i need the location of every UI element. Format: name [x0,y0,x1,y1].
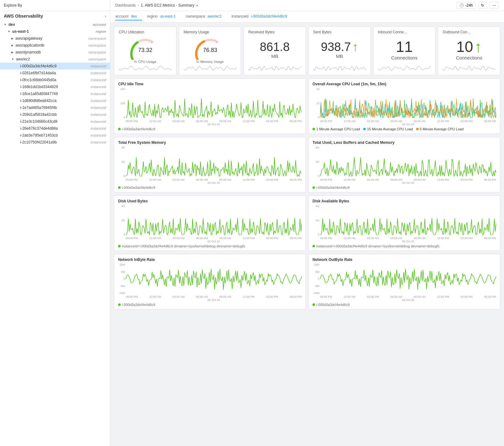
filter-namespace[interactable]: namespace aws/ec2 [186,13,226,20]
svg-text:73.32: 73.32 [138,47,152,53]
series-label: i-000d3a3dcf4e4d6c9 [122,127,155,131]
sidebar-item-i-21e3c104666c43cd8[interactable]: i-21e3c104666c43cd8 instanceid [0,118,110,125]
item-name: i-0fcc1c66bb0445d0a [20,78,56,82]
card-unit-outbound: Connections [456,55,482,60]
chart-svg-cpu-idle [126,88,302,119]
item-type: instanceid [90,140,106,144]
sparkline-sent [313,65,366,72]
dashboard-name-chevron[interactable]: ▾ [196,4,198,7]
summary-card-received: Received Bytes 861.8 MB [243,26,306,75]
sidebar-item-i-0fcc1c66bb0445d0a[interactable]: i-0fcc1c66bb0445d0a instanceid [0,76,110,83]
legend-item: 5 Minute Average CPU Load [416,127,464,131]
summary-row: CPU Utilization 73.32 % CPU Usage Memory… [114,26,500,75]
item-name: dev [9,22,15,27]
main-panel: Dashboards › 1. AWS EC2 Metrics - Summar… [110,0,504,446]
sidebar-item-i-168b1dd1bd3344829[interactable]: i-168b1dd1bd3344829 instanceid [0,83,110,90]
item-label: i-2c10750f422041a9b [15,140,57,144]
sidebar-item-i-26e676c374de4d88a[interactable]: i-26e676c374de4d88a instanceid [0,125,110,132]
more-btn[interactable]: ⋯ [490,2,499,9]
series-label: i-000d3a3dcf4e4d6c9 [122,186,155,189]
item-type: instanceid [90,133,106,137]
sidebar-item-i-2ab3e795eb71453cb[interactable]: i-2ab3e795eb71453cb instanceid [0,132,110,139]
charts-row-disk-used: Disk Used Bytes 4G2G0 09:00 PM12:00 AM03… [114,195,500,251]
item-name: i-1e7ad465a76945f4b [20,105,57,110]
sidebar-item-aws/ec2[interactable]: ▼ aws/ec2 namespace [0,56,110,63]
filter-region[interactable]: region us-east-1 [147,13,181,20]
item-label: ▶ aws/apigateway [11,36,42,41]
sidebar-item-aws/applicationlb[interactable]: ▶ aws/applicationlb namespace [0,42,110,49]
filter-value-region: us-east-1 [160,14,175,19]
chart-title-disk-used: Disk Used Bytes [118,199,302,203]
sidebar-item-i-000d3a3dcf4e4d6c9[interactable]: i-000d3a3dcf4e4d6c9 instanceid [0,63,110,70]
card-value-outbound: 10↑ [456,39,482,54]
sidebar-collapse-chevron[interactable]: › [105,14,106,19]
item-type: account [93,23,106,26]
summary-card-sent: Sent Bytes 938.7↑ MB [308,26,371,75]
card-title-inbound: Inbound Conne… [378,30,408,34]
sidebar-tree: ▼ dev account ▼ us-east-1 region ▶ aws/a… [0,21,110,446]
summary-card-memory: Memory Usage 76.83 % Memory Usage [179,26,241,75]
sparkline-cpu [119,65,172,72]
chart-title-cpu-idle: CPU Idle Time [118,82,302,86]
time-range-btn[interactable]: 🕐 -24h [456,2,476,9]
item-type: instanceid [90,85,106,89]
chart-card-disk-avail: Disk Available Bytes 4G2G0 09:00 PM12:00… [308,195,500,251]
gauge-label-cpu: % CPU Usage [134,60,156,64]
topbar: Dashboards › 1. AWS EC2 Metrics - Summar… [110,0,504,11]
chart-svg-free-memory [126,146,302,178]
filter-key-account: account [115,14,129,19]
series-dot [118,303,121,306]
card-title-outbound: Outbound Con… [443,30,471,34]
filter-account[interactable]: account dev [115,13,142,20]
chart-card-net-outbyte: Network OutByte Rate 10M5M0-5M-10M 09:00… [308,254,500,309]
legend-label: 15 Minute Average CPU Load [367,127,413,131]
sidebar-item-i-18ce1a85d00847749[interactable]: i-18ce1a85d00847749 instanceid [0,90,110,97]
refresh-btn[interactable]: ↻ [478,2,487,9]
item-label: i-0261e6fbf7d14da4a [15,71,56,75]
filter-instanceid[interactable]: instanceid i-000d3a3dcf4e4d6c9 [232,13,292,20]
breadcrumb: Dashboards › 1. AWS EC2 Metrics - Summar… [115,3,198,8]
item-label: ▼ aws/ec2 [11,57,30,61]
charts-row-free-memory: Total Free System Memory 4G2G0 09:00 PM1… [114,137,500,192]
sidebar-title: AWS Observability › [0,11,110,21]
item-type: instanceid [90,99,106,103]
gauge-cpu: 73.32 [128,36,163,60]
card-unit-received: MB [271,54,278,59]
chart-title-net-outbyte: Network OutByte Rate [312,257,496,262]
card-title-cpu: CPU Utilization [119,30,144,34]
series-label: instanceid=i-000d3a3dcf4e4d6c9 dirname=/… [316,244,439,248]
dashboard-name: 1. AWS EC2 Metrics - Summary [141,3,194,8]
sidebar-item-dev[interactable]: ▼ dev account [0,21,110,28]
sidebar-item-i-1d890dfd6ea642cca[interactable]: i-1d890dfd6ea642cca instanceid [0,97,110,104]
charts-row-cpu-idle: CPU Idle Time 1501000 09:00 PM12:00 AM03… [114,78,500,134]
gauge-label-memory: % Memory Usage [196,60,224,64]
item-name: i-21e3c104666c43cd8 [20,119,57,124]
sidebar-item-us-east-1[interactable]: ▼ us-east-1 region [0,28,110,35]
item-name: i-208d1af5819a42cbb [20,112,57,117]
sidebar-item-aws/apigateway[interactable]: ▶ aws/apigateway namespace [0,35,110,42]
dashboard: CPU Utilization 73.32 % CPU Usage Memory… [110,23,504,446]
series-label: instanceid=i-000d3a3dcf4e4d6c9 dirname=/… [122,244,245,248]
card-value-sent: 938.7↑ [321,41,358,53]
filter-key-region: region [147,14,159,19]
dashboards-link[interactable]: Dashboards [115,3,136,8]
chart-svg-cpu-load [320,88,496,119]
chart-card-used-memory: Total Used, Less Buffers and Cached Memo… [308,137,500,192]
filter-key-namespace: namespace [186,14,206,19]
sidebar-item-i-208d1af5819a42cbb[interactable]: i-208d1af5819a42cbb instanceid [0,111,110,118]
item-type: instanceid [90,64,106,68]
legend-cpu-load: 1 Minute Average CPU Load 15 Minute Aver… [312,127,496,131]
item-name: us-east-1 [12,29,29,34]
chart-svg-used-memory [320,146,496,178]
sidebar-item-i-0261e6fbf7d14da4a[interactable]: i-0261e6fbf7d14da4a instanceid [0,70,110,76]
legend-label: 5 Minute Average CPU Load [420,127,464,131]
sidebar-item-aws/dynamodb[interactable]: ▶ aws/dynamodb namespace [0,49,110,56]
legend-dot [416,128,419,130]
item-name: i-0261e6fbf7d14da4a [20,71,56,75]
series-label: i-000d3a3dcf4e4d6c9 [316,303,350,307]
chart-footer-disk-avail: instanceid=i-000d3a3dcf4e4d6c9 dirname=/… [312,244,496,248]
item-type: instanceid [90,71,106,75]
sidebar-item-i-2c10750f422041a9b[interactable]: i-2c10750f422041a9b instanceid [0,139,110,146]
sidebar-item-i-1e7ad465a76945f4b[interactable]: i-1e7ad465a76945f4b instanceid [0,104,110,111]
chart-title-free-memory: Total Free System Memory [118,140,302,145]
